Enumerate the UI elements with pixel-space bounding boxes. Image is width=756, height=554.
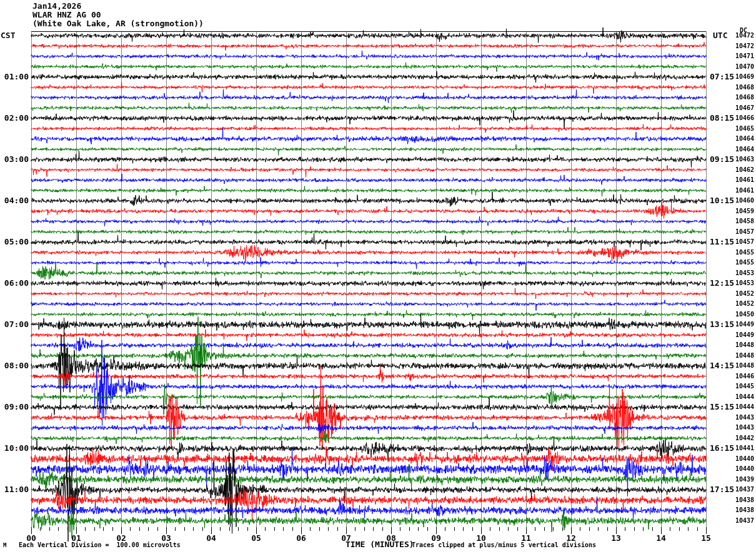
dc-value: 10438 (726, 497, 754, 503)
corner-mark: M (3, 543, 6, 548)
dc-value: 10448 (726, 353, 754, 359)
dc-value: 10439 (726, 476, 754, 483)
time-axis-label: TIME (MINUTES) (346, 540, 414, 548)
dc-value: 10459 (726, 208, 754, 214)
minute-tick-label: 04 (204, 534, 219, 542)
dc-value: 10457 (726, 239, 754, 245)
dc-value: 10448 (726, 342, 754, 348)
dc-value: 10437 (726, 518, 754, 524)
minute-tick-label: 13 (609, 534, 624, 542)
cst-hour-label: 11:00 (0, 485, 29, 493)
dc-value: 10461 (726, 188, 754, 194)
minute-tick-label: 14 (654, 534, 669, 542)
dc-value: 10450 (726, 311, 754, 318)
dc-value: 10442 (726, 435, 754, 441)
dc-value: 10458 (726, 218, 754, 224)
dc-value: 10445 (726, 383, 754, 390)
dc-value: 10453 (726, 280, 754, 286)
dc-value: 10462 (726, 167, 754, 173)
clip-note: Traces clipped at plus/minus 5 vertical … (412, 542, 596, 548)
cst-hour-label: 09:00 (0, 403, 29, 411)
dc-value: 10449 (726, 332, 754, 338)
cst-hour-label: 08:00 (0, 361, 29, 370)
dc-value: 10446 (726, 373, 754, 380)
dc-value: 10467 (726, 105, 754, 111)
dc-value: 10453 (726, 270, 754, 276)
dc-value: 10441 (726, 445, 754, 451)
dc-value: 10455 (726, 249, 754, 256)
title-block: Jan14,2026 WLAR HNZ AG 00 (White Oak Lak… (32, 2, 204, 28)
title-location: (White Oak Lake, AR (strongmotion)) (32, 19, 204, 28)
dc-value: 10464 (726, 146, 754, 153)
dc-value: 10472 (726, 43, 754, 49)
dc-value: 10440 (726, 456, 754, 462)
cst-hour-label: 02:00 (0, 114, 29, 122)
dc-value: 10460 (726, 198, 754, 204)
dc-value: 10461 (726, 177, 754, 183)
dc-value: 10457 (726, 229, 754, 235)
dc-value: 10440 (726, 466, 754, 472)
dc-value: 10468 (726, 94, 754, 101)
cst-hour-label: 05:00 (0, 238, 29, 246)
minute-tick-label: 15 (699, 534, 714, 542)
dc-value: 10444 (726, 404, 754, 410)
dc-value: 10443 (726, 415, 754, 421)
cst-hour-label: 01:00 (0, 73, 29, 81)
dc-value: 10470 (726, 64, 754, 70)
dc-value: 10437 (726, 486, 754, 493)
dc-value: 10463 (726, 156, 754, 163)
dc-value: 10472 (726, 33, 754, 39)
dc-value: 10466 (726, 115, 754, 121)
cst-hour-label: 06:00 (0, 279, 29, 287)
dc-value: 10444 (726, 394, 754, 400)
dc-value: 10471 (726, 53, 754, 59)
dc-value: 10468 (726, 84, 754, 91)
title-station: WLAR HNZ AG 00 (32, 11, 204, 19)
timezone-left-label: CST (1, 31, 15, 39)
dc-value: 10452 (726, 291, 754, 297)
dc-value: 10465 (726, 126, 754, 132)
cst-hour-label: 10:00 (0, 444, 29, 452)
dc-value: 10448 (726, 363, 754, 369)
dc-value: 10455 (726, 259, 754, 266)
minute-tick-label: 06 (294, 534, 309, 542)
dc-value: 10469 (726, 74, 754, 80)
helicorder-page: Jan14,2026 WLAR HNZ AG 00 (White Oak Lak… (0, 0, 756, 554)
dc-value: 10464 (726, 136, 754, 142)
scale-note: Each Vertical Division = 100.00 microvol… (19, 542, 181, 548)
minute-tick-label: 05 (249, 534, 264, 542)
dc-value: 10438 (726, 507, 754, 513)
cst-hour-label: 07:00 (0, 320, 29, 328)
dc-value: 10449 (726, 321, 754, 328)
cst-hour-label: 04:00 (0, 196, 29, 204)
dc-value: 10443 (726, 425, 754, 431)
cst-hour-label: 03:00 (0, 155, 29, 163)
seismogram-canvas (0, 0, 756, 554)
timezone-right-label: UTC (713, 31, 727, 39)
dc-value: 10452 (726, 301, 754, 307)
title-date: Jan14,2026 (32, 2, 204, 11)
